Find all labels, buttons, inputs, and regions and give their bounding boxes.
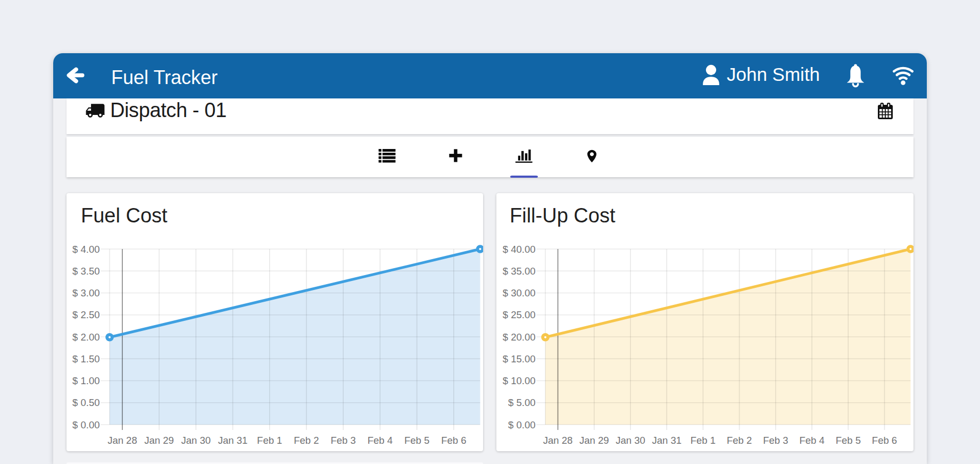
svg-text:$ 1.00: $ 1.00 [72, 375, 99, 386]
svg-text:$ 4.00: $ 4.00 [72, 244, 99, 255]
svg-text:Feb 4: Feb 4 [368, 435, 393, 446]
svg-text:Feb 4: Feb 4 [799, 435, 824, 446]
svg-text:$ 25.00: $ 25.00 [503, 309, 536, 320]
svg-text:Feb 1: Feb 1 [257, 435, 282, 446]
svg-text:$ 35.00: $ 35.00 [503, 266, 536, 277]
svg-text:$ 5.00: $ 5.00 [508, 397, 535, 408]
svg-text:Feb 1: Feb 1 [691, 435, 716, 446]
svg-text:$ 40.00: $ 40.00 [503, 244, 536, 255]
svg-text:Jan 31: Jan 31 [652, 435, 682, 446]
svg-text:$ 20.00: $ 20.00 [503, 332, 536, 343]
svg-text:Feb 3: Feb 3 [763, 435, 788, 446]
svg-text:$ 0.50: $ 0.50 [72, 397, 99, 408]
svg-text:Jan 29: Jan 29 [579, 435, 609, 446]
svg-text:$ 30.00: $ 30.00 [503, 287, 536, 299]
svg-text:$ 15.00: $ 15.00 [503, 353, 536, 364]
svg-text:Jan 30: Jan 30 [616, 435, 645, 446]
svg-text:$ 3.50: $ 3.50 [72, 266, 99, 277]
svg-text:$ 10.00: $ 10.00 [503, 375, 536, 386]
svg-text:Feb 5: Feb 5 [836, 435, 861, 446]
svg-text:Jan 31: Jan 31 [218, 435, 248, 446]
svg-text:$ 3.00: $ 3.00 [72, 287, 99, 299]
svg-text:Feb 2: Feb 2 [727, 435, 752, 446]
svg-text:$ 1.50: $ 1.50 [72, 353, 99, 364]
svg-text:$ 0.00: $ 0.00 [508, 419, 535, 430]
svg-text:Feb 6: Feb 6 [872, 435, 897, 446]
svg-text:Feb 5: Feb 5 [404, 435, 429, 446]
svg-text:Feb 2: Feb 2 [294, 435, 319, 446]
svg-text:Feb 3: Feb 3 [331, 435, 356, 446]
svg-text:$ 2.50: $ 2.50 [72, 309, 99, 320]
svg-text:Jan 29: Jan 29 [144, 435, 174, 446]
svg-text:Jan 28: Jan 28 [107, 435, 137, 446]
svg-text:Jan 28: Jan 28 [543, 435, 573, 446]
svg-text:Jan 30: Jan 30 [181, 435, 211, 446]
svg-text:$ 0.00: $ 0.00 [72, 419, 99, 430]
svg-text:$ 2.00: $ 2.00 [72, 332, 99, 343]
svg-text:Feb 6: Feb 6 [441, 435, 466, 446]
